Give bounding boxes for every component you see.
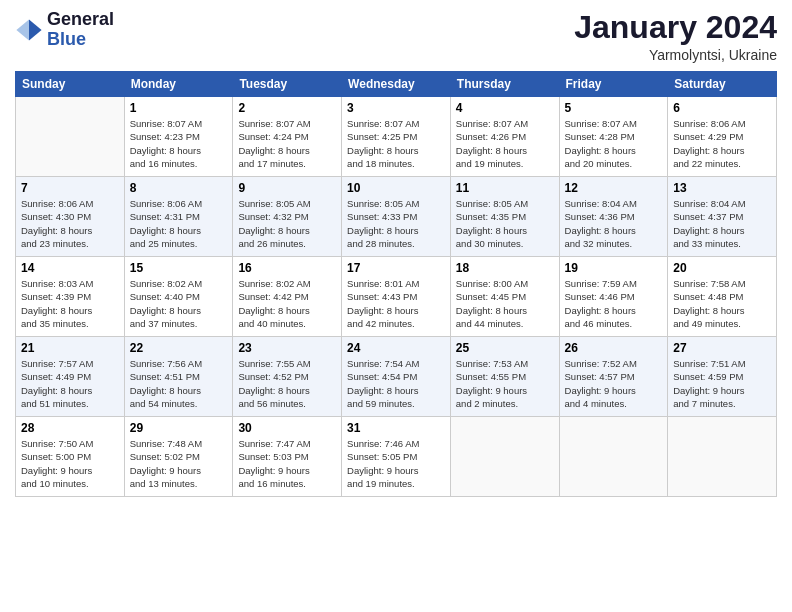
logo-text: General Blue — [47, 10, 114, 50]
day-number: 4 — [456, 101, 554, 115]
day-number: 18 — [456, 261, 554, 275]
logo-icon — [15, 16, 43, 44]
day-info: Sunrise: 8:05 AMSunset: 4:33 PMDaylight:… — [347, 197, 445, 250]
day-cell — [450, 417, 559, 497]
day-number: 13 — [673, 181, 771, 195]
day-cell: 8Sunrise: 8:06 AMSunset: 4:31 PMDaylight… — [124, 177, 233, 257]
day-info: Sunrise: 7:53 AMSunset: 4:55 PMDaylight:… — [456, 357, 554, 410]
day-info: Sunrise: 7:56 AMSunset: 4:51 PMDaylight:… — [130, 357, 228, 410]
week-row-2: 14Sunrise: 8:03 AMSunset: 4:39 PMDayligh… — [16, 257, 777, 337]
location: Yarmolyntsi, Ukraine — [574, 47, 777, 63]
day-info: Sunrise: 8:06 AMSunset: 4:30 PMDaylight:… — [21, 197, 119, 250]
day-cell: 28Sunrise: 7:50 AMSunset: 5:00 PMDayligh… — [16, 417, 125, 497]
day-cell: 5Sunrise: 8:07 AMSunset: 4:28 PMDaylight… — [559, 97, 668, 177]
day-number: 3 — [347, 101, 445, 115]
day-info: Sunrise: 7:46 AMSunset: 5:05 PMDaylight:… — [347, 437, 445, 490]
day-number: 22 — [130, 341, 228, 355]
header: General Blue January 2024 Yarmolyntsi, U… — [15, 10, 777, 63]
weekday-saturday: Saturday — [668, 72, 777, 97]
day-info: Sunrise: 8:01 AMSunset: 4:43 PMDaylight:… — [347, 277, 445, 330]
day-info: Sunrise: 8:06 AMSunset: 4:31 PMDaylight:… — [130, 197, 228, 250]
day-cell — [559, 417, 668, 497]
month-title: January 2024 — [574, 10, 777, 45]
logo: General Blue — [15, 10, 114, 50]
week-row-4: 28Sunrise: 7:50 AMSunset: 5:00 PMDayligh… — [16, 417, 777, 497]
weekday-wednesday: Wednesday — [342, 72, 451, 97]
day-number: 8 — [130, 181, 228, 195]
day-cell: 9Sunrise: 8:05 AMSunset: 4:32 PMDaylight… — [233, 177, 342, 257]
day-number: 7 — [21, 181, 119, 195]
day-number: 14 — [21, 261, 119, 275]
day-info: Sunrise: 8:04 AMSunset: 4:36 PMDaylight:… — [565, 197, 663, 250]
weekday-monday: Monday — [124, 72, 233, 97]
day-number: 2 — [238, 101, 336, 115]
day-cell: 1Sunrise: 8:07 AMSunset: 4:23 PMDaylight… — [124, 97, 233, 177]
calendar: SundayMondayTuesdayWednesdayThursdayFrid… — [15, 71, 777, 497]
day-cell — [668, 417, 777, 497]
logo-line2: Blue — [47, 30, 114, 50]
day-info: Sunrise: 7:52 AMSunset: 4:57 PMDaylight:… — [565, 357, 663, 410]
day-cell: 21Sunrise: 7:57 AMSunset: 4:49 PMDayligh… — [16, 337, 125, 417]
day-info: Sunrise: 8:07 AMSunset: 4:23 PMDaylight:… — [130, 117, 228, 170]
day-info: Sunrise: 8:07 AMSunset: 4:28 PMDaylight:… — [565, 117, 663, 170]
day-info: Sunrise: 7:57 AMSunset: 4:49 PMDaylight:… — [21, 357, 119, 410]
day-cell: 31Sunrise: 7:46 AMSunset: 5:05 PMDayligh… — [342, 417, 451, 497]
day-cell: 23Sunrise: 7:55 AMSunset: 4:52 PMDayligh… — [233, 337, 342, 417]
week-row-1: 7Sunrise: 8:06 AMSunset: 4:30 PMDaylight… — [16, 177, 777, 257]
day-cell: 6Sunrise: 8:06 AMSunset: 4:29 PMDaylight… — [668, 97, 777, 177]
day-cell: 16Sunrise: 8:02 AMSunset: 4:42 PMDayligh… — [233, 257, 342, 337]
day-number: 24 — [347, 341, 445, 355]
day-info: Sunrise: 8:02 AMSunset: 4:42 PMDaylight:… — [238, 277, 336, 330]
day-info: Sunrise: 8:05 AMSunset: 4:35 PMDaylight:… — [456, 197, 554, 250]
day-info: Sunrise: 7:59 AMSunset: 4:46 PMDaylight:… — [565, 277, 663, 330]
day-info: Sunrise: 8:04 AMSunset: 4:37 PMDaylight:… — [673, 197, 771, 250]
weekday-tuesday: Tuesday — [233, 72, 342, 97]
day-info: Sunrise: 7:54 AMSunset: 4:54 PMDaylight:… — [347, 357, 445, 410]
day-info: Sunrise: 7:55 AMSunset: 4:52 PMDaylight:… — [238, 357, 336, 410]
day-number: 19 — [565, 261, 663, 275]
title-block: January 2024 Yarmolyntsi, Ukraine — [574, 10, 777, 63]
day-info: Sunrise: 8:02 AMSunset: 4:40 PMDaylight:… — [130, 277, 228, 330]
day-number: 23 — [238, 341, 336, 355]
day-number: 25 — [456, 341, 554, 355]
day-cell: 27Sunrise: 7:51 AMSunset: 4:59 PMDayligh… — [668, 337, 777, 417]
day-number: 20 — [673, 261, 771, 275]
week-row-0: 1Sunrise: 8:07 AMSunset: 4:23 PMDaylight… — [16, 97, 777, 177]
day-cell: 30Sunrise: 7:47 AMSunset: 5:03 PMDayligh… — [233, 417, 342, 497]
day-info: Sunrise: 8:00 AMSunset: 4:45 PMDaylight:… — [456, 277, 554, 330]
logo-line1: General — [47, 10, 114, 30]
day-info: Sunrise: 7:51 AMSunset: 4:59 PMDaylight:… — [673, 357, 771, 410]
day-cell: 25Sunrise: 7:53 AMSunset: 4:55 PMDayligh… — [450, 337, 559, 417]
day-number: 27 — [673, 341, 771, 355]
day-cell — [16, 97, 125, 177]
day-number: 29 — [130, 421, 228, 435]
day-number: 5 — [565, 101, 663, 115]
day-number: 28 — [21, 421, 119, 435]
day-cell: 24Sunrise: 7:54 AMSunset: 4:54 PMDayligh… — [342, 337, 451, 417]
day-number: 6 — [673, 101, 771, 115]
day-cell: 14Sunrise: 8:03 AMSunset: 4:39 PMDayligh… — [16, 257, 125, 337]
day-number: 21 — [21, 341, 119, 355]
day-cell: 18Sunrise: 8:00 AMSunset: 4:45 PMDayligh… — [450, 257, 559, 337]
day-number: 17 — [347, 261, 445, 275]
day-cell: 4Sunrise: 8:07 AMSunset: 4:26 PMDaylight… — [450, 97, 559, 177]
day-info: Sunrise: 8:05 AMSunset: 4:32 PMDaylight:… — [238, 197, 336, 250]
day-cell: 3Sunrise: 8:07 AMSunset: 4:25 PMDaylight… — [342, 97, 451, 177]
calendar-header: SundayMondayTuesdayWednesdayThursdayFrid… — [16, 72, 777, 97]
day-cell: 29Sunrise: 7:48 AMSunset: 5:02 PMDayligh… — [124, 417, 233, 497]
day-number: 1 — [130, 101, 228, 115]
day-number: 31 — [347, 421, 445, 435]
day-number: 26 — [565, 341, 663, 355]
day-info: Sunrise: 7:48 AMSunset: 5:02 PMDaylight:… — [130, 437, 228, 490]
day-cell: 15Sunrise: 8:02 AMSunset: 4:40 PMDayligh… — [124, 257, 233, 337]
day-cell: 20Sunrise: 7:58 AMSunset: 4:48 PMDayligh… — [668, 257, 777, 337]
weekday-friday: Friday — [559, 72, 668, 97]
weekday-header-row: SundayMondayTuesdayWednesdayThursdayFrid… — [16, 72, 777, 97]
day-cell: 2Sunrise: 8:07 AMSunset: 4:24 PMDaylight… — [233, 97, 342, 177]
day-info: Sunrise: 8:07 AMSunset: 4:25 PMDaylight:… — [347, 117, 445, 170]
calendar-body: 1Sunrise: 8:07 AMSunset: 4:23 PMDaylight… — [16, 97, 777, 497]
day-number: 16 — [238, 261, 336, 275]
day-info: Sunrise: 8:07 AMSunset: 4:26 PMDaylight:… — [456, 117, 554, 170]
day-number: 10 — [347, 181, 445, 195]
day-cell: 12Sunrise: 8:04 AMSunset: 4:36 PMDayligh… — [559, 177, 668, 257]
